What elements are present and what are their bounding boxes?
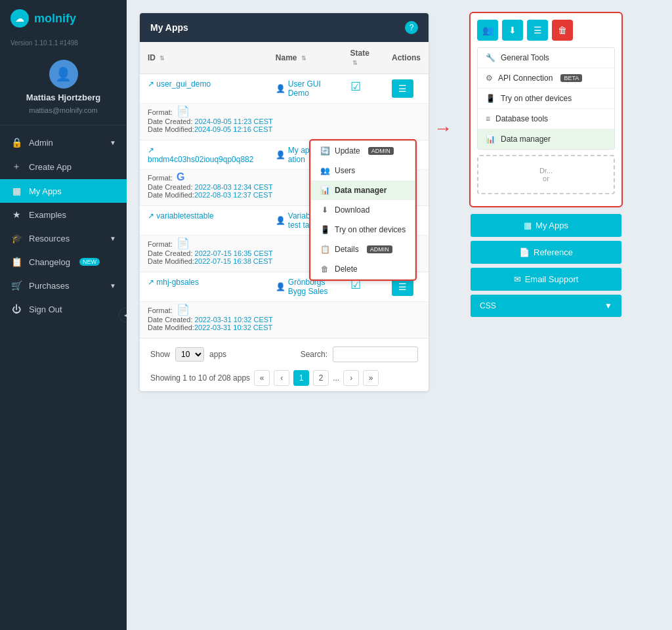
devices-icon: 📱	[320, 225, 329, 234]
date-created-link[interactable]: 2022-07-15 16:35 CEST	[195, 249, 273, 257]
devices-icon: 📱	[486, 94, 495, 103]
app-id-cell: ↗ variabletesttable	[140, 206, 268, 236]
showing-text: Showing 1 to 10 of 208 apps	[150, 373, 250, 383]
drop-zone-text: Dr...or	[539, 167, 553, 182]
email-support-button[interactable]: ✉ Email Support	[471, 268, 621, 291]
mini-toolbar-buttons: 👥 ⬇ ☰ 🗑	[477, 20, 615, 41]
panel-header: My Apps ?	[140, 13, 429, 42]
plus-icon: ＋	[10, 161, 22, 173]
dropdown-item-delete[interactable]: 🗑 Delete	[311, 259, 415, 279]
sidebar-item-create-app[interactable]: ＋ Create App	[0, 154, 127, 179]
mini-download-button[interactable]: ⬇	[502, 20, 523, 41]
page-prev-button[interactable]: ‹	[274, 370, 289, 386]
page-2-button[interactable]: 2	[313, 370, 329, 386]
data-manager-icon: 📊	[320, 186, 329, 195]
search-input[interactable]	[333, 346, 418, 362]
mini-delete-button[interactable]: 🗑	[552, 20, 573, 41]
dropdown-item-users[interactable]: 👥 Users	[311, 161, 415, 180]
dropdown-item-download[interactable]: ⬇ Download	[311, 200, 415, 220]
update-icon: 🔄	[320, 146, 329, 156]
sidebar-item-sign-out[interactable]: ⏻ Sign Out	[0, 297, 127, 321]
actions-menu-button[interactable]: ☰	[392, 278, 413, 296]
page-ellipsis: ...	[333, 373, 339, 383]
date-modified-link[interactable]: 2024-09-05 12:16 CEST	[194, 125, 272, 133]
app-id-link[interactable]: ↗ variabletesttable	[148, 211, 260, 220]
mini-menu-item-general[interactable]: 🔧 General Tools	[478, 48, 614, 68]
bottom-buttons: ▦ My Apps 📄 Reference ✉ Email Support	[471, 214, 621, 291]
user-profile: 👤 Mattias Hjortzberg mattias@molnify.com	[0, 49, 127, 125]
detail-row: Format: 📄 Date Created: 2024-09-05 11:23…	[140, 104, 429, 140]
col-actions: Actions	[384, 42, 429, 74]
date-modified-link[interactable]: 2022-07-15 16:38 CEST	[194, 257, 272, 265]
app-id-cell: ↗ user_gui_demo	[140, 74, 268, 104]
dropdown-spacer-row: 🔄 Update ADMIN 👥 Users 📊	[140, 140, 429, 141]
show-select[interactable]: 10 25 50	[175, 347, 204, 362]
drop-zone[interactable]: Dr...or	[477, 155, 615, 194]
app-state-cell: ☑	[343, 74, 384, 104]
my-apps-panel: My Apps ? ID ⇅ Name ⇅ State ⇅ Actions	[140, 13, 429, 391]
dropdown-item-try-other[interactable]: 📱 Try on other devices	[311, 220, 415, 240]
changelog-icon: 📋	[10, 257, 22, 267]
app-id-link[interactable]: ↗ user_gui_demo	[148, 79, 260, 89]
data-manager-icon: 📊	[486, 135, 495, 144]
date-modified-link[interactable]: 2022-03-31 10:32 CEST	[194, 324, 272, 331]
page-next-button[interactable]: ›	[343, 370, 359, 386]
sidebar-item-resources[interactable]: 🎓 Resources ▼	[0, 226, 127, 250]
page-1-button[interactable]: 1	[293, 370, 309, 386]
logo-icon: ☁	[10, 9, 29, 28]
mini-users-button[interactable]: 👥	[477, 20, 498, 41]
user-name: Mattias Hjortzberg	[26, 93, 100, 102]
wrench-icon: 🔧	[486, 53, 495, 62]
user-icon: 👤	[276, 282, 285, 291]
state-checkbox[interactable]: ☑	[350, 278, 361, 291]
mini-menu-button[interactable]: ☰	[527, 20, 548, 41]
mini-menu-item-database[interactable]: ≡ Database tools	[478, 109, 614, 129]
reference-button[interactable]: 📄 Reference	[471, 241, 621, 264]
page-last-button[interactable]: »	[363, 370, 379, 386]
lock-icon: 🔒	[10, 137, 22, 148]
app-name-badge: 👤 GrönborgsBygg Sales	[276, 278, 335, 296]
app-id-cell: ↗ mhj-gbsales	[140, 272, 268, 302]
mini-menu-item-try-other[interactable]: 📱 Try on other devices	[478, 89, 614, 109]
sidebar: ☁ molnify Version 1.10.1.1 #1498 👤 Matti…	[0, 0, 127, 630]
mini-menu-item-api[interactable]: ⚙ API Connection BETA	[478, 68, 614, 89]
mini-menu-item-data-manager[interactable]: 📊 Data manager	[478, 129, 614, 149]
app-id-cell: ↗ bmdm4c03hs02iouq9qp0q882	[140, 140, 268, 170]
detail-text: Format: 📄 Date Created: 2024-09-05 11:23…	[148, 105, 421, 133]
app-id-link[interactable]: ↗ bmdm4c03hs02iouq9qp0q882	[148, 146, 260, 164]
date-created-link[interactable]: 2024-09-05 11:23 CEST	[195, 117, 273, 125]
panels-wrapper: My Apps ? ID ⇅ Name ⇅ State ⇅ Actions	[140, 13, 659, 391]
sidebar-item-admin[interactable]: 🔒 Admin ▼	[0, 131, 127, 154]
page-first-button[interactable]: «	[254, 370, 270, 386]
cart-icon: 🛒	[10, 280, 22, 291]
dropdown-item-data-manager[interactable]: 📊 Data manager	[311, 180, 415, 200]
logo-text: molnify	[34, 12, 76, 26]
col-name: Name ⇅	[268, 42, 343, 74]
date-created-link[interactable]: 2022-03-31 10:32 CEST	[195, 316, 273, 324]
sort-arrows-name: ⇅	[301, 55, 306, 62]
actions-dropdown-menu: 🔄 Update ADMIN 👥 Users 📊	[310, 140, 415, 280]
my-apps-button[interactable]: ▦ My Apps	[471, 214, 621, 237]
dropdown-item-details[interactable]: 📋 Details ADMIN	[311, 240, 415, 259]
css-expand-icon[interactable]: ▼	[604, 301, 612, 310]
date-created-link[interactable]: 2022-08-03 12:34 CEST	[195, 183, 273, 191]
apps-label: apps	[209, 350, 226, 359]
graduation-icon: 🎓	[10, 233, 22, 243]
sort-arrows-id: ⇅	[159, 55, 165, 62]
state-checkbox[interactable]: ☑	[350, 80, 361, 93]
actions-menu-button[interactable]: ☰	[392, 79, 413, 98]
delete-icon: 🗑	[320, 264, 329, 274]
show-label: Show	[150, 350, 170, 359]
red-arrow-icon: →	[434, 118, 452, 139]
app-id-link[interactable]: ↗ mhj-gbsales	[148, 278, 260, 287]
sidebar-item-examples[interactable]: ★ Examples	[0, 203, 127, 226]
help-button[interactable]: ?	[405, 21, 418, 34]
sidebar-item-changelog[interactable]: 📋 Changelog NEW	[0, 250, 127, 274]
sidebar-item-purchases[interactable]: 🛒 Purchases ▼	[0, 274, 127, 297]
sidebar-item-my-apps[interactable]: ▦ My Apps	[0, 179, 127, 203]
details-icon: 📋	[320, 245, 329, 254]
col-id: ID ⇅	[140, 42, 268, 74]
dropdown-item-update[interactable]: 🔄 Update ADMIN	[311, 141, 415, 161]
date-modified-link[interactable]: 2022-08-03 12:37 CEST	[194, 191, 272, 199]
pagination-info: Showing 1 to 10 of 208 apps « ‹ 1 2 ... …	[140, 370, 429, 391]
